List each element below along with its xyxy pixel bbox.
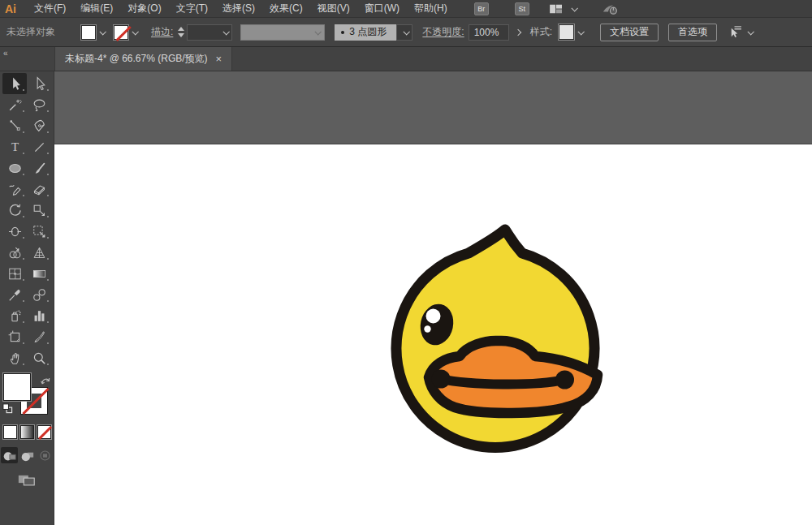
stroke-panel-link[interactable]: 描边:: [151, 25, 173, 39]
fill-stroke-widget: [2, 373, 51, 419]
tool-direct-selection[interactable]: [27, 73, 51, 94]
svg-text:T: T: [11, 140, 18, 153]
drawing-mode-buttons: [1, 447, 54, 463]
tool-column-graph[interactable]: [27, 305, 51, 326]
tool-shape-builder[interactable]: [2, 242, 27, 263]
column-graph-icon: [32, 308, 47, 324]
tab-close-icon[interactable]: ×: [216, 54, 222, 64]
workspace-switcher-icon[interactable]: [549, 2, 564, 15]
selection-status: 未选择对象: [6, 25, 76, 39]
menu-item-object[interactable]: 对象(O): [120, 2, 168, 15]
brush-value[interactable]: 3 点圆形: [335, 24, 396, 41]
pencil-icon: [7, 182, 23, 197]
canvas-area[interactable]: [54, 71, 812, 525]
document-tab[interactable]: 未标题-4* @ 66.67% (RGB/预览) ×: [54, 47, 232, 71]
draw-inside-button-disabled: [37, 447, 54, 463]
pen-anchor-icon: [7, 118, 23, 134]
tool-pen-anchor[interactable]: [2, 115, 27, 136]
tool-mesh[interactable]: [2, 263, 27, 284]
tool-blend[interactable]: [27, 284, 51, 305]
stock-button[interactable]: St: [515, 2, 529, 15]
tool-free-transform[interactable]: [27, 221, 51, 242]
tool-slice[interactable]: [27, 326, 51, 347]
draw-normal-button[interactable]: [1, 447, 18, 463]
stroke-width-dropdown[interactable]: [187, 24, 232, 41]
tool-gradient[interactable]: [27, 263, 51, 284]
menu-item-view[interactable]: 视图(V): [310, 2, 357, 15]
tool-symbol-sprayer[interactable]: [2, 305, 27, 326]
menu-item-select[interactable]: 选择(S): [215, 2, 262, 15]
line-segment-icon: [32, 140, 47, 155]
tool-rotate[interactable]: [2, 200, 27, 221]
draw-behind-button[interactable]: [19, 447, 36, 463]
brush-definition-dropdown-disabled: [240, 24, 325, 41]
stroke-color-swatch[interactable]: [114, 25, 128, 40]
stroke-width-stepper[interactable]: [178, 27, 184, 37]
tool-scale[interactable]: [27, 200, 51, 221]
opacity-panel-link[interactable]: 不透明度:: [422, 25, 464, 39]
paint-mode-buttons: [3, 425, 51, 439]
workspace-chevron-icon[interactable]: [571, 5, 577, 11]
screen-mode-button[interactable]: [17, 471, 37, 490]
menu-item-window[interactable]: 窗口(W): [357, 2, 407, 15]
menu-item-help[interactable]: 帮助(H): [407, 2, 455, 15]
tool-selection[interactable]: [2, 73, 27, 94]
control-panel-menu[interactable]: [727, 26, 753, 38]
cs-live-icon[interactable]: [603, 2, 618, 15]
tool-pen[interactable]: [27, 115, 51, 136]
free-transform-icon: [32, 224, 47, 239]
tool-pencil[interactable]: [2, 179, 27, 200]
document-tab-title: 未标题-4* @ 66.67% (RGB/预览): [65, 52, 208, 66]
menu-item-type[interactable]: 文字(T): [169, 2, 215, 15]
bridge-button[interactable]: Br: [474, 2, 489, 15]
opacity-field[interactable]: 100%: [469, 24, 509, 41]
menu-item-file[interactable]: 文件(F): [27, 2, 73, 15]
document-setup-button[interactable]: 文档设置: [600, 24, 659, 41]
menubar: Ai 文件(F)编辑(E)对象(O)文字(T)选择(S)效果(C)视图(V)窗口…: [0, 0, 812, 18]
tool-magic-wand[interactable]: [2, 94, 27, 115]
style-dropdown[interactable]: [574, 25, 587, 40]
duck-artwork[interactable]: [54, 71, 812, 525]
tool-zoom[interactable]: [27, 347, 51, 368]
menu-item-edit[interactable]: 编辑(E): [73, 2, 120, 15]
tool-ellipse[interactable]: [2, 157, 27, 179]
direct-selection-icon: [32, 76, 47, 92]
magic-wand-icon: [7, 97, 23, 113]
swap-fill-stroke-icon[interactable]: [41, 373, 51, 388]
fill-proxy-swatch[interactable]: [3, 373, 31, 401]
default-fill-stroke-icon[interactable]: [2, 402, 13, 417]
tool-artboard-tool[interactable]: [2, 326, 27, 347]
brush-dropdown[interactable]: [396, 24, 412, 41]
tool-eraser[interactable]: [27, 179, 51, 200]
eraser-icon: [32, 182, 47, 197]
color-button[interactable]: [3, 425, 17, 439]
tool-line-segment[interactable]: [27, 136, 51, 157]
blend-icon: [32, 287, 47, 303]
fill-color-swatch[interactable]: [81, 25, 96, 40]
tool-width[interactable]: [2, 221, 27, 242]
chevron-down-icon: [577, 28, 584, 35]
tool-lasso[interactable]: [27, 94, 51, 115]
step-up-icon: [178, 27, 184, 31]
tool-type[interactable]: T: [2, 136, 27, 157]
chevron-down-icon: [223, 28, 230, 35]
none-button[interactable]: [37, 425, 51, 439]
tool-paintbrush[interactable]: [27, 157, 51, 179]
stroke-color-combo: [114, 25, 141, 40]
shape-builder-icon: [7, 245, 23, 260]
tool-eyedropper[interactable]: [2, 284, 27, 305]
step-down-icon: [178, 33, 184, 37]
opacity-expand-icon[interactable]: [514, 28, 520, 35]
draw-behind-icon: [19, 449, 35, 463]
width-icon: [7, 224, 23, 239]
tool-hand[interactable]: [2, 347, 27, 368]
style-swatch[interactable]: [559, 24, 574, 40]
menu-item-effect[interactable]: 效果(C): [262, 2, 310, 15]
eyedropper-icon: [7, 287, 23, 303]
mesh-icon: [7, 266, 23, 282]
tool-perspective-grid[interactable]: [27, 242, 51, 263]
fill-color-dropdown[interactable]: [96, 25, 109, 40]
toolbar-collapse[interactable]: «: [0, 47, 54, 71]
gradient-button[interactable]: [20, 425, 34, 439]
preferences-button[interactable]: 首选项: [668, 24, 717, 41]
